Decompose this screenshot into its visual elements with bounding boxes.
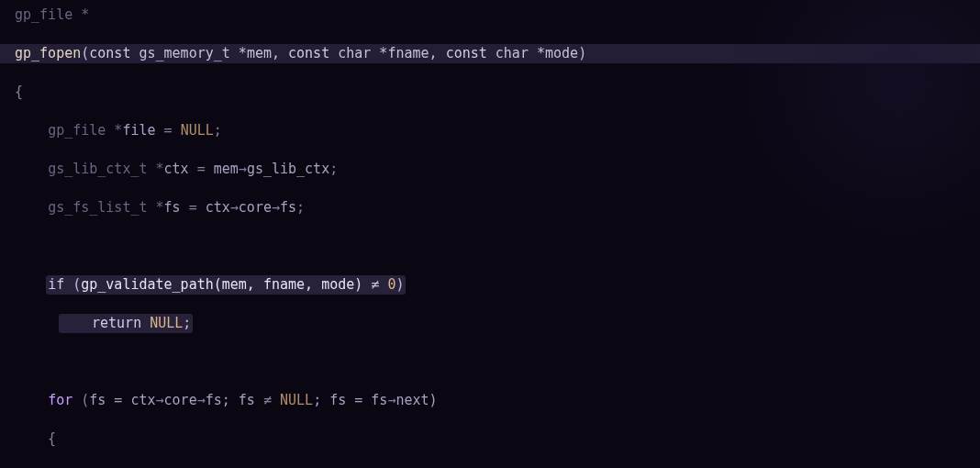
identifier: gs_lib_ctx [247, 161, 329, 177]
space [272, 392, 280, 408]
operator: = [189, 161, 214, 177]
literal-null: NULL [181, 122, 214, 139]
identifier: ctx [206, 199, 230, 216]
blank-line [0, 352, 980, 372]
space [141, 315, 150, 331]
identifier: ctx [164, 161, 189, 177]
keyword-const: const [89, 45, 130, 61]
type-token: char * [487, 45, 545, 61]
code-line-highlighted: gp_fopen(const gs_memory_t *mem, const c… [0, 44, 980, 63]
keyword-return: return [92, 315, 141, 331]
paren: ( [64, 276, 81, 293]
param: mode [545, 45, 578, 61]
code-line: gs_fs_list_t *fs = ctx→core→fs; [0, 198, 980, 217]
function-call: gp_validate_path [81, 276, 214, 293]
arrow-operator: → [197, 392, 206, 408]
indent [15, 276, 48, 293]
function-name: gp_fopen [15, 45, 81, 61]
type-token: gs_fs_list_t * [48, 199, 163, 216]
arguments: (mem, fname, mode) [214, 276, 372, 293]
identifier: core [239, 199, 272, 216]
identifier: fs [164, 199, 181, 216]
comma: , [429, 45, 446, 61]
literal-null: NULL [150, 315, 183, 331]
identifier: next) [395, 392, 437, 408]
arrow-operator: → [230, 199, 239, 216]
arrow-operator: → [272, 199, 280, 216]
operator-ne: ≠ [263, 392, 272, 408]
identifier: fs = ctx [89, 392, 155, 408]
keyword-const: const [446, 45, 487, 61]
code-line: gp_file * [0, 6, 980, 25]
type-token: gs_lib_ctx_t * [48, 161, 163, 177]
semicolon: ; [296, 199, 305, 216]
code-line-highlighted: return NULL; [0, 314, 980, 333]
code-line: { [0, 429, 980, 449]
param: mem [247, 45, 272, 61]
code-line-highlighted: if (gp_validate_path(mem, fname, mode) ≠… [0, 275, 980, 295]
identifier: fs [280, 199, 296, 216]
operator: = [156, 122, 181, 139]
code-block[interactable]: gp_file * gp_fopen(const gs_memory_t *me… [0, 6, 980, 468]
code-line: gp_file *file = NULL; [0, 121, 980, 140]
indent [15, 392, 48, 408]
comma: , [272, 45, 288, 61]
type-token: gs_memory_t * [130, 45, 246, 61]
semicolon: ; [183, 315, 191, 331]
code-line: gs_lib_ctx_t *ctx = mem→gs_lib_ctx; [0, 160, 980, 179]
indent [15, 122, 48, 139]
identifier: mem [214, 161, 239, 177]
paren: ) [395, 276, 404, 293]
arrow-operator: → [156, 392, 164, 408]
indent [15, 161, 48, 177]
semicolon: ; [214, 122, 222, 139]
identifier: fs; fs [206, 392, 263, 408]
blank-line [0, 237, 980, 256]
keyword-const: const [288, 45, 329, 61]
type-token: char * [329, 45, 387, 61]
operator: = [181, 199, 206, 216]
paren: ) [578, 45, 586, 61]
identifier: ; fs = fs [313, 392, 387, 408]
brace: { [15, 84, 23, 100]
indent [15, 199, 48, 216]
literal-null: NULL [280, 392, 313, 408]
identifier: core [164, 392, 197, 408]
code-line: { [0, 83, 980, 102]
paren: ( [81, 45, 89, 61]
semicolon: ; [329, 161, 338, 177]
brace: { [15, 430, 56, 447]
type-token: gp_file * [15, 6, 89, 23]
code-line: for (fs = ctx→core→fs; fs ≠ NULL; fs = f… [0, 391, 980, 410]
keyword-for: for [48, 392, 72, 408]
paren: ( [72, 392, 89, 408]
keyword-if: if [48, 276, 64, 293]
type-token: gp_file * [48, 122, 122, 139]
arrow-operator: → [239, 161, 247, 177]
identifier: file [122, 122, 155, 139]
param: fname [387, 45, 429, 61]
